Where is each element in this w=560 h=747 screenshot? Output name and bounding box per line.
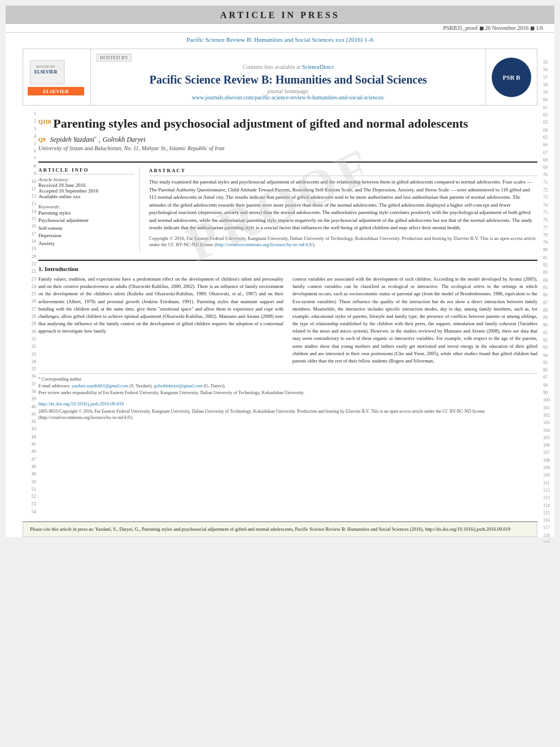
keyword-1: Parenting styles [38,209,134,217]
intro-col-left: Family values, tradition, and expectatio… [38,276,283,368]
journal-header-box: ELSEVIER ELSEVIER HOSTED BY HOSTED BY Co… [23,49,537,106]
keyword-2: Psychosocial adjustment [38,217,134,225]
keyword-4: Depression [38,232,134,240]
svg-text:ELSEVIER: ELSEVIER [34,69,58,75]
article-info-section: ARTICLE INFO Article history: Received 2… [38,167,134,248]
email1-link[interactable]: yazdani.sepideh61@gmail.com [72,383,129,388]
journal-header-middle: HOSTED BY Contents lists available at Sc… [91,49,486,105]
keyword-3: Self-esteem [38,225,134,233]
keywords-group: Keywords: Parenting styles Psychosocial … [38,204,134,248]
journal-header-left: ELSEVIER ELSEVIER HOSTED BY [23,49,91,105]
main-content: ELSEVIER ELSEVIER HOSTED BY HOSTED BY Co… [6,49,554,537]
article-title-text: Parenting styles and psychosocial adjust… [53,116,468,132]
article-body: Q110 Parenting styles and psychosocial a… [38,109,537,516]
citation-bar: Please cite this article in press as: Ya… [23,521,537,537]
abstract-heading: ABSTRACT [149,167,537,177]
journal-title: Pacific Science Review B: Humanities and… [150,72,427,87]
article-in-press-label: ARTICLE IN PRESS [220,10,340,20]
journal-link-text: Pacific Science Review B: Humanities and… [186,36,373,43]
doi-line[interactable]: http://dx.doi.org/10.1016/j.psrb.2016.09… [38,401,537,407]
journal-logo: PSR B [492,58,531,97]
article-info-heading: ARTICLE INFO [38,167,134,174]
abstract-section: ABSTRACT This study examined the parenta… [149,167,537,249]
intro-col-right: context variables are associated with th… [292,276,537,368]
authors-line: Q9 Sepideh Yazdani* , Golrokh Daryei [38,136,537,144]
content-with-linenums: 1234567891011121314151617181920212223242… [23,109,537,516]
intro-section: 1. Introduction Family values, tradition… [38,260,537,368]
sciencedirect-link[interactable]: ScienceDirect [302,64,334,70]
affiliation: University of Sistan and Baluchistan, No… [38,145,537,151]
email-label: E-mail addresses: [38,383,71,388]
cc-link[interactable]: http://creativecommons.org/licenses/by-n… [216,242,313,247]
footnote-section: * Corresponding author. E-mail addresses… [38,373,537,396]
intro-two-col: Family values, tradition, and expectatio… [38,276,537,368]
keyword-5: Anxiety [38,240,134,248]
homepage-url[interactable]: www.journals.elsevier.com/pacific-scienc… [192,94,384,101]
hosted-by-label: HOSTED BY [97,54,132,62]
journal-logo-text: PSR B [503,74,520,81]
history-label: Article history: [38,177,134,182]
article-in-press-bar: ARTICLE IN PRESS [6,6,554,24]
article-title: Q110 Parenting styles and psychosocial a… [38,116,537,132]
copyright-line: Copyright © 2016, Far Eastern Federal Un… [149,235,537,249]
q9-marker: Q9 [38,137,46,143]
svg-text:ELSEVIER: ELSEVIER [43,89,69,94]
author1-name: Sepideh Yazdani* [50,136,97,144]
article-info-col: ARTICLE INFO Article history: Received 2… [38,167,140,252]
journal-header-right: PSR B [486,49,537,105]
article-title-section: Q110 Parenting styles and psychosocial a… [38,109,537,156]
intro-heading: 1. Introduction [38,265,537,272]
intro-para-1: Family values, tradition, and expectatio… [38,276,283,335]
email1-name: (S. Yazdani), [129,383,152,388]
right-line-numbers: 5556575859606162636465666768697071727374… [543,59,550,543]
author2-name: Golrokh Daryei [103,136,146,144]
journal-link-line: Pacific Science Review B: Humanities and… [6,33,554,45]
footnote-corresponding: * Corresponding author. [38,376,537,383]
received-date: Received 29 June 2016 [38,182,134,188]
email2-link[interactable]: golrokhdaryei@gmail.com [154,383,203,388]
email2-name: (G. Daryei). [204,383,226,388]
info-abstract-two-col: ARTICLE INFO Article history: Received 2… [38,161,537,252]
page: PROOF ARTICLE IN PRESS PSRB35_proof ◼ 26… [6,6,554,537]
keywords-list: Parenting styles Psychosocial adjustment… [38,209,134,248]
q110-marker: Q110 [38,118,51,125]
abstract-body: This study examined the parental styles … [149,178,537,232]
copyright-text: Copyright © 2016, Far Eastern Federal Un… [149,235,536,248]
left-line-numbers: 1234567891011121314151617181920212223242… [23,109,38,516]
proof-text: PSRB35_proof ◼ 26 November 2016 ◼ 1/6 [443,25,543,31]
contents-line: Contents lists available at ScienceDirec… [243,64,334,70]
proof-line: PSRB35_proof ◼ 26 November 2016 ◼ 1/6 [6,24,554,33]
abstract-col: ABSTRACT This study examined the parenta… [149,167,537,252]
svg-text:HOSTED BY: HOSTED BY [36,65,55,68]
article-history: Article history: Received 29 June 2016 A… [38,177,134,199]
footnote-email: E-mail addresses: yazdani.sepideh61@gmai… [38,383,537,390]
intro-para-2: context variables are associated with th… [292,276,537,365]
copyright-footer: 2405-8831/Copyright © 2016, Far Eastern … [38,408,537,421]
available-date: Available online xxx [38,194,134,199]
accepted-date: Accepted 16 September 2016 [38,188,134,194]
homepage-label: journal homepage: [267,88,309,94]
elsevier-logo: ELSEVIER ELSEVIER HOSTED BY [28,58,84,97]
peer-review-note: Peer review under responsibility of Far … [38,390,537,396]
keywords-label: Keywords: [38,204,134,209]
